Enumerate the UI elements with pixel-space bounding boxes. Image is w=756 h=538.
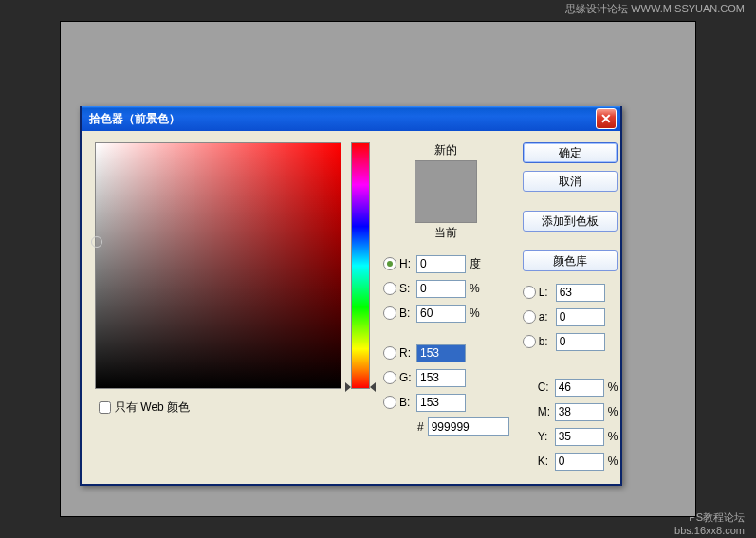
radio-a[interactable] (523, 310, 536, 324)
g-label: G: (399, 371, 416, 384)
hex-input[interactable] (428, 417, 509, 436)
y-label: Y: (538, 430, 555, 443)
hue-pointer-left-icon (345, 382, 351, 392)
sv-cursor-icon (91, 236, 102, 248)
current-color-swatch[interactable] (415, 192, 476, 222)
h-label: H: (399, 257, 416, 270)
hex-hash: # (417, 420, 424, 434)
b-lab-input[interactable] (556, 333, 605, 351)
c-input[interactable] (555, 379, 604, 397)
titlebar: 拾色器（前景色） ✕ (82, 106, 620, 131)
new-color-swatch (415, 161, 476, 192)
g-input[interactable] (416, 369, 466, 387)
radio-b-rgb[interactable] (383, 396, 396, 409)
radio-h[interactable] (383, 257, 396, 270)
close-icon: ✕ (600, 111, 612, 126)
y-input[interactable] (555, 428, 604, 446)
b-rgb-input[interactable] (416, 394, 466, 412)
a-input[interactable] (556, 308, 605, 326)
m-input[interactable] (555, 403, 604, 421)
new-color-label: 新的 (434, 142, 457, 158)
ok-button[interactable]: 确定 (523, 142, 618, 163)
hue-slider[interactable] (351, 142, 370, 389)
color-swatch (415, 160, 477, 223)
add-swatch-button[interactable]: 添加到色板 (523, 211, 618, 232)
radio-b-hsb[interactable] (383, 306, 396, 320)
c-label: C: (538, 380, 555, 394)
hue-pointer-right-icon (370, 382, 376, 392)
saturation-value-field[interactable] (95, 142, 341, 389)
r-label: R: (399, 346, 416, 360)
color-picker-dialog: 拾色器（前景色） ✕ 只有 Web 颜色 (80, 106, 622, 486)
radio-g[interactable] (383, 371, 396, 384)
s-label: S: (399, 282, 416, 295)
s-input[interactable] (416, 280, 466, 298)
b-hsb-input[interactable] (416, 305, 466, 323)
radio-s[interactable] (383, 282, 396, 295)
watermark-top: 思缘设计论坛 WWW.MISSYUAN.COM (565, 2, 745, 16)
b-hsb-label: B: (399, 306, 416, 320)
k-label: K: (538, 455, 555, 468)
web-only-checkbox-input[interactable] (99, 401, 111, 414)
l-input[interactable] (556, 284, 605, 302)
m-label: M: (538, 405, 555, 418)
current-color-label: 当前 (434, 225, 457, 241)
b-rgb-label: B: (399, 396, 416, 409)
radio-r[interactable] (383, 346, 396, 360)
color-library-button[interactable]: 颜色库 (523, 250, 618, 271)
dialog-title: 拾色器（前景色） (89, 111, 596, 127)
radio-l[interactable] (523, 286, 536, 299)
cancel-button[interactable]: 取消 (523, 171, 618, 192)
k-input[interactable] (555, 453, 604, 471)
radio-b-lab[interactable] (523, 335, 536, 348)
l-label: L: (539, 286, 556, 299)
web-only-checkbox[interactable]: 只有 Web 颜色 (95, 399, 341, 417)
a-label: a: (539, 310, 556, 324)
close-button[interactable]: ✕ (596, 108, 617, 129)
h-input[interactable] (416, 255, 466, 273)
b-lab-label: b: (539, 335, 556, 348)
r-input[interactable] (416, 344, 466, 362)
